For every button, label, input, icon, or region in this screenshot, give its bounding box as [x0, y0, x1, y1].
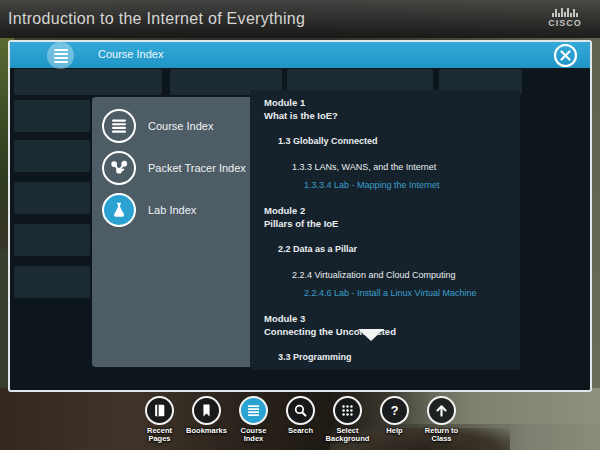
nav-help-button[interactable]: ? Help — [371, 396, 418, 443]
recent-pages-icon — [145, 396, 174, 425]
application-window: Introduction to the Internet of Everythi… — [0, 0, 600, 450]
nav-label: Return to Class — [418, 427, 465, 443]
module-title: What is the IoE? — [264, 109, 510, 122]
sidebar-item-label: Lab Index — [136, 204, 196, 216]
nav-label: Course Index — [230, 427, 277, 443]
section-entry[interactable]: 2.2 Data as a Pillar — [264, 243, 510, 256]
nav-bookmarks-button[interactable]: Bookmarks — [183, 396, 230, 443]
dimmed-tile — [14, 182, 90, 214]
module-number: Module 2 — [264, 204, 510, 217]
cisco-logo-bars-icon — [542, 5, 588, 17]
module-number: Module 3 — [264, 312, 510, 325]
nav-search-button[interactable]: Search — [277, 396, 324, 443]
dialog-title: Course Index — [98, 48, 163, 60]
nav-course-index-button[interactable]: Course Index — [230, 396, 277, 443]
nav-label: Search — [288, 427, 313, 435]
dimmed-tile — [14, 69, 162, 95]
topic-entry[interactable]: 2.2.4 Virtualization and Cloud Computing — [264, 269, 510, 282]
nav-return-to-class-button[interactable]: Return to Class — [418, 396, 465, 443]
nav-recent-pages-button[interactable]: Recent Pages — [136, 396, 183, 443]
svg-text:?: ? — [391, 404, 399, 418]
sidebar-item-lab[interactable]: Lab Index — [92, 189, 250, 231]
dimmed-tile — [14, 140, 90, 172]
module-title: Pillars of the IoE — [264, 217, 510, 230]
return-to-class-icon — [427, 396, 456, 425]
module-number: Module 1 — [264, 96, 510, 109]
nav-label: Bookmarks — [186, 427, 227, 435]
dimmed-tile — [14, 100, 90, 132]
topic-entry[interactable]: 1.3.3 LANs, WANS, and the Internet — [264, 161, 510, 174]
sidebar-item-label: Course Index — [136, 120, 213, 132]
nav-label: Help — [386, 427, 402, 435]
index-type-sidebar: Course Index Packet Tracer Index Lab Ind… — [92, 97, 250, 367]
hamburger-menu-icon[interactable] — [47, 42, 74, 69]
lab-link[interactable]: 1.3.3.4 Lab - Mapping the Internet — [264, 179, 510, 192]
titlebar: Introduction to the Internet of Everythi… — [0, 0, 600, 38]
dialog-header — [10, 42, 590, 68]
lab-icon — [102, 193, 136, 227]
cisco-logo-wordmark: CISCO — [542, 18, 588, 28]
help-icon: ? — [380, 396, 409, 425]
cisco-logo: CISCO — [542, 5, 588, 28]
bookmarks-icon — [192, 396, 221, 425]
course-index-list: Module 1What is the IoE?1.3 Globally Con… — [250, 90, 520, 370]
search-icon — [286, 396, 315, 425]
packet-tracer-icon — [102, 151, 136, 185]
section-entry[interactable]: 3.3 Programming — [264, 351, 510, 364]
sidebar-item-label: Packet Tracer Index — [136, 162, 246, 174]
scroll-down-arrow-icon[interactable] — [358, 329, 384, 341]
sidebar-item-course-index[interactable]: Course Index — [92, 105, 250, 147]
select-background-icon — [333, 396, 362, 425]
course-index-icon — [239, 396, 268, 425]
sidebar-item-packet-tracer[interactable]: Packet Tracer Index — [92, 147, 250, 189]
lab-link[interactable]: 2.2.4.6 Lab - Install a Linux Virtual Ma… — [264, 287, 510, 300]
module-title: Connecting the Unconnected — [264, 325, 510, 338]
section-entry[interactable]: 1.3 Globally Connected — [264, 135, 510, 148]
nav-label: Select Background — [324, 427, 371, 443]
course-index-icon — [102, 109, 136, 143]
dimmed-tile — [14, 266, 90, 298]
nav-label: Recent Pages — [136, 427, 183, 443]
nav-select-background-button[interactable]: Select Background — [324, 396, 371, 443]
dimmed-tile — [14, 224, 90, 256]
course-index-dialog: Course Index Course Index Packet Tracer … — [8, 40, 592, 392]
page-title: Introduction to the Internet of Everythi… — [0, 10, 305, 28]
bottom-navigation: Recent Pages Bookmarks Course Index Sear… — [136, 396, 465, 443]
close-icon[interactable] — [553, 43, 578, 68]
